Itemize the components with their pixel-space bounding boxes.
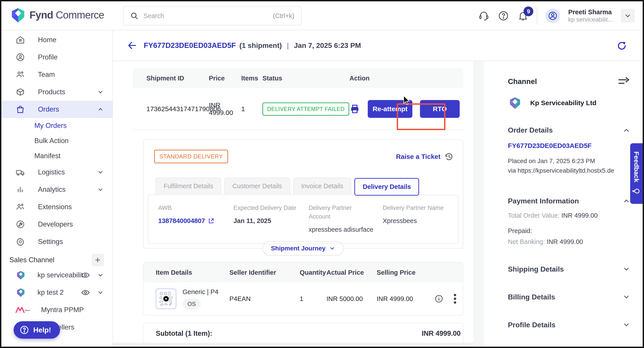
search-input[interactable] xyxy=(144,12,268,20)
channel-logo-icon xyxy=(15,270,26,281)
billing-details-section-header[interactable]: Billing Details xyxy=(508,293,630,301)
channel-identity: Kp Serviceability Ltd xyxy=(508,96,630,110)
main-content: Shipment ID Price Items Status Action 17… xyxy=(113,61,473,347)
sidebar: Home Profile Team Products Orders xyxy=(1,30,113,347)
raise-ticket-link[interactable]: Raise a Ticket xyxy=(396,152,454,162)
sidebar-item-developers[interactable]: Developers xyxy=(1,216,112,233)
shipment-price: INR 4999.00 xyxy=(209,101,241,117)
order-id-link[interactable]: FY677D23DE0ED03AED5F xyxy=(508,142,630,150)
print-icon[interactable] xyxy=(350,104,360,114)
panel-gap xyxy=(473,61,484,347)
shipment-table-header: Shipment ID Price Items Status Action xyxy=(133,68,463,88)
item-size-badge: OS xyxy=(182,299,201,309)
rto-button[interactable]: RTO xyxy=(420,100,460,118)
item-row: Generic | P4 OS P4EAN 1 INR 5000.00 INR … xyxy=(144,283,463,315)
developers-wrench-icon xyxy=(15,219,26,229)
sidebar-item-analytics[interactable]: Analytics xyxy=(1,181,112,198)
subtotal-value: INR 4999.00 xyxy=(422,330,460,338)
user-avatar[interactable] xyxy=(545,8,560,23)
tab-delivery-details[interactable]: Delivery Details xyxy=(354,178,419,196)
delivery-partner-account: xpressbees adisurface xyxy=(308,226,378,233)
channel-item-myntra-ppmp[interactable]: Myntra Myntra PPMP xyxy=(1,301,112,319)
notifications-bell-icon[interactable]: 9 xyxy=(517,10,529,22)
chevron-down-icon xyxy=(97,169,104,176)
sidebar-item-logistics[interactable]: Logistics xyxy=(1,164,112,181)
chevron-down-icon[interactable] xyxy=(97,289,104,296)
chevron-up-icon xyxy=(622,127,630,134)
sidebar-item-home[interactable]: Home xyxy=(1,31,112,49)
page-header: FY677D23DE0ED03AED5F (1 shipment) | Jan … xyxy=(113,30,643,61)
bottom-band xyxy=(113,343,473,347)
topbar-divider xyxy=(537,7,537,25)
delivery-type-badge: STANDARD DELIVERY xyxy=(154,150,228,163)
sidebar-subitem-manifest[interactable]: Manifest xyxy=(1,148,112,164)
myntra-logo-icon: Myntra xyxy=(15,306,30,314)
user-org: kp serviceabilit... xyxy=(568,16,613,24)
sidebar-item-team[interactable]: Team xyxy=(1,66,112,83)
item-info-icon[interactable] xyxy=(434,294,444,304)
global-search[interactable]: (Ctrl+k) xyxy=(123,6,302,25)
total-order-value: Total Order Value: INR 4999.00 xyxy=(508,212,630,219)
channel-item-kp-serviceability[interactable]: kp serviceabilit... xyxy=(1,266,112,284)
shipping-details-section-header[interactable]: Shipping Details xyxy=(508,265,630,273)
channel-logo-icon xyxy=(15,287,26,298)
eye-icon[interactable] xyxy=(81,270,90,280)
prepaid-label: Prepaid: xyxy=(508,227,630,235)
payment-information-section-header[interactable]: Payment Information xyxy=(508,197,630,205)
profile-details-section-header[interactable]: Profile Details xyxy=(508,321,630,329)
chevron-up-icon xyxy=(622,197,630,205)
sidebar-subitem-my-orders[interactable]: My Orders xyxy=(1,118,112,133)
chevron-down-icon[interactable] xyxy=(97,272,104,279)
topbar: Fynd Commerce (Ctrl+k) 9 xyxy=(1,1,643,30)
items-table-header: Item Details Seller Identifier Quantity … xyxy=(144,262,463,283)
item-kebab-menu-icon[interactable] xyxy=(454,293,456,304)
sidebar-item-profile[interactable]: Profile xyxy=(1,49,112,66)
chevron-down-icon xyxy=(622,265,630,273)
collapse-panel-icon[interactable] xyxy=(618,77,630,86)
tab-customer-details[interactable]: Customer Details xyxy=(224,177,290,195)
feedback-tab[interactable]: Feedback xyxy=(630,143,643,204)
add-sales-channel-button[interactable] xyxy=(92,254,104,266)
profile-icon xyxy=(15,52,26,62)
user-menu-chevron[interactable] xyxy=(621,9,635,23)
sidebar-item-products[interactable]: Products xyxy=(1,83,112,101)
shipment-items-count: 1 xyxy=(241,105,262,113)
order-id-link[interactable]: FY677D23DE0ED03AED5F xyxy=(144,41,236,50)
help-question-icon xyxy=(20,325,29,335)
channel-logo-icon xyxy=(508,96,522,110)
sidebar-item-extensions[interactable]: Extensions xyxy=(1,198,112,216)
help-icon[interactable] xyxy=(498,10,509,22)
svg-text:Myntra: Myntra xyxy=(25,309,30,312)
netbanking-value: Net Banking: INR 4999.00 xyxy=(508,238,630,245)
chevron-down-icon xyxy=(622,321,630,329)
notification-count-badge: 9 xyxy=(524,6,533,16)
sales-channel-header: Sales Channel xyxy=(1,250,112,266)
brand-logo[interactable]: Fynd Commerce xyxy=(10,7,104,23)
help-button[interactable]: Help! xyxy=(14,321,60,339)
user-info: Preeti Sharma kp serviceabilit... xyxy=(568,8,613,24)
order-placed-info: Placed on Jan 7, 2025 6:23 PM via https:… xyxy=(508,156,630,175)
eye-icon[interactable] xyxy=(81,288,90,297)
awb-link[interactable]: 1387840004807 xyxy=(158,217,229,225)
items-table: Item Details Seller Identifier Quantity … xyxy=(143,262,463,316)
details-tabs: Fulfilment Details Customer Details Invo… xyxy=(144,163,463,195)
product-thumbnail xyxy=(156,289,176,309)
sidebar-item-settings[interactable]: Settings xyxy=(1,233,112,250)
tab-invoice-details[interactable]: Invoice Details xyxy=(293,177,352,195)
sidebar-item-orders[interactable]: Orders xyxy=(1,101,112,118)
sidebar-subitem-bulk-action[interactable]: Bulk Action xyxy=(1,133,112,148)
seller-identifier: P4EAN xyxy=(230,295,300,303)
back-arrow-icon[interactable] xyxy=(127,40,138,51)
chevron-down-icon xyxy=(97,186,104,193)
channel-item-kp-test-2[interactable]: kp test 2 xyxy=(1,284,112,301)
refresh-icon[interactable] xyxy=(616,40,627,51)
tab-fulfilment-details[interactable]: Fulfilment Details xyxy=(156,177,221,195)
shipment-table: Shipment ID Price Items Status Action 17… xyxy=(133,68,463,130)
channel-heading: Channel xyxy=(508,77,537,86)
order-details-section-header[interactable]: Order Details xyxy=(508,126,630,134)
shipment-id-value: 17362544317471790806 xyxy=(133,105,209,113)
order-summary-panel: Channel Kp Serviceability Ltd Order Deta… xyxy=(484,61,643,347)
support-icon[interactable] xyxy=(478,10,490,22)
analytics-bars-icon xyxy=(15,184,26,195)
logistics-truck-icon xyxy=(15,167,26,177)
